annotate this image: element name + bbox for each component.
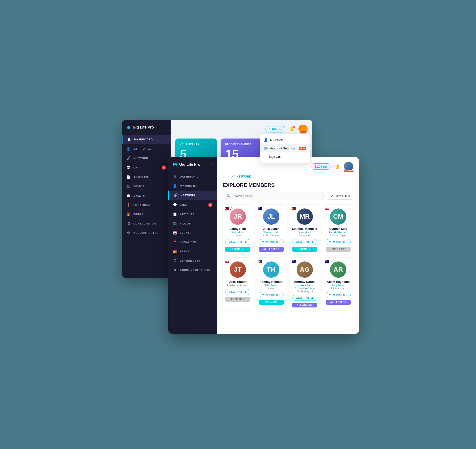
signout-icon: ↪	[264, 155, 266, 159]
network-breadcrumb-icon: 🔗	[231, 175, 235, 178]
front-window: ⊞ Gig Life Pro ‹ ⊞ DASHBOARD 👤 MY PROFIL…	[168, 157, 359, 334]
profile-icon: 👤	[264, 138, 268, 142]
user-avatar-wrap: 👤 ALL ACCESS	[344, 162, 353, 171]
view-profile-button[interactable]: VIEW PROFILE	[326, 292, 351, 298]
sidebar-item-consultation[interactable]: 🗒 CONSULTATION	[122, 219, 170, 228]
tier-badge: ALL ACCESS	[259, 247, 284, 252]
member-company: Sony Music	[292, 231, 317, 234]
upcoming-events-label: UPCOMING EVENTS	[225, 143, 258, 146]
sidebar-item-dashboard-front[interactable]: ⊞ DASHBOARD	[168, 172, 217, 181]
member-flags: 🇵🇱	[225, 260, 229, 263]
member-company: Sony Music	[326, 284, 351, 287]
network-icon: 🔗	[126, 156, 131, 160]
sidebar-item-locations-front[interactable]: 📍 LOCATIONS	[168, 238, 217, 247]
sidebar-item-myprofile[interactable]: 👤 MY PROFILE	[122, 144, 170, 153]
points-badge-back[interactable]: 1,200 pts	[266, 126, 285, 132]
notification-button-front[interactable]: 🔔	[333, 162, 342, 171]
member-avatar: Australia JL	[263, 209, 279, 225]
sidebar-item-videos[interactable]: 🎬 VIDEOS	[122, 182, 170, 191]
avatar-initials: JL	[263, 209, 279, 225]
members-grid: 🇵🇭🏷 JR Jenny Rein Sony Music Label VIEW …	[223, 205, 353, 310]
member-avatar: AG	[297, 261, 313, 278]
home-breadcrumb-icon[interactable]: ⊞	[223, 175, 226, 178]
view-profile-button[interactable]: VIEW PROFILE	[292, 239, 317, 245]
view-profile-button[interactable]: VIEW PROFILE	[225, 239, 250, 245]
member-card: 🇵🇭🏷 JR Jenny Rein Sony Music Label VIEW …	[223, 205, 253, 254]
sidebar-item-network[interactable]: 🔗 NETWORK	[122, 153, 170, 163]
sidebar-collapse-btn[interactable]: ‹	[165, 125, 166, 130]
member-name: Andrew Garcia	[292, 280, 317, 284]
sidebar-item-chat-front[interactable]: 💬 CHAT 5	[168, 200, 217, 210]
points-badge-front[interactable]: 1,200 pts	[311, 163, 331, 170]
dropdown-my-profile[interactable]: 👤 My Profile	[260, 136, 310, 144]
member-name: Jenny Rein	[225, 227, 250, 231]
sidebar-item-perks-front[interactable]: 🎁 PERKS	[168, 247, 217, 256]
locations-icon-front: 📍	[173, 240, 177, 244]
member-avatar: JR	[230, 209, 246, 225]
sidebar-collapse-btn-front[interactable]: ‹	[211, 162, 212, 167]
main-front: 1,200 pts 🔔 👤 ALL ACCESS ⊞ > 🔗 NETWORK E…	[217, 157, 359, 334]
search-input[interactable]	[232, 194, 321, 198]
view-profile-button[interactable]: VIEW PROFILE	[225, 289, 250, 295]
view-profile-button[interactable]: VIEW PROFILE	[326, 239, 351, 245]
member-flags: 🇵🇱	[325, 207, 329, 210]
sidebar-item-account[interactable]: ⚙ ACCOUNT SETT...	[122, 228, 170, 238]
flag-icon: 🏷	[229, 207, 233, 210]
member-company: Warner Music	[259, 231, 284, 234]
logo-icon-front: ⊞	[173, 162, 177, 167]
view-profile-button[interactable]: VIEW PROFILE	[259, 292, 284, 298]
member-name: Cynthia May	[326, 227, 351, 231]
sidebar-item-videos-front[interactable]: 🎬 VIDEOS	[168, 219, 217, 228]
sidebar-item-dashboard[interactable]: ⊞ DASHBOARD	[122, 135, 170, 144]
avatar-initials: JR	[230, 209, 246, 225]
member-role: PR Manager	[326, 287, 351, 290]
tier-badge: ALL ACCESS	[292, 303, 317, 307]
scene: ⊞ Gig Life Pro ‹ ⊞ DASHBOARD 👤 MY PROFIL…	[122, 120, 354, 329]
flag-icon: 🇵🇱	[225, 260, 229, 263]
chat-icon: 💬	[126, 166, 131, 169]
flag-icon: 🇵🇭	[225, 207, 229, 210]
member-avatar: AR	[330, 261, 346, 278]
user-avatar-back[interactable]: ALL ACCESS	[298, 125, 308, 134]
sidebar-item-myprofile-front[interactable]: 👤 MY PROFILE	[168, 181, 217, 191]
member-flags: 🇵🇭	[258, 260, 262, 263]
flag-icon: 🇦🇺	[258, 207, 262, 210]
logo-back[interactable]: ⊞ Gig Life Pro ‹	[122, 125, 170, 135]
account-icon: ⚙	[126, 231, 131, 235]
view-profile-button[interactable]: VIEW PROFILE	[259, 239, 284, 245]
member-role: Booking Agent	[292, 290, 317, 293]
show-filters-button[interactable]: ⚙ Show Filters	[327, 192, 353, 200]
chat-badge: 5	[162, 165, 166, 170]
dropdown-sign-out[interactable]: ↪ Sign Out	[260, 153, 310, 161]
notif-dot-back	[293, 126, 295, 128]
your-events-label: YOUR EVENTS	[180, 143, 212, 146]
sidebar-item-events-front[interactable]: 📅 EVENTS	[168, 228, 217, 238]
notification-button-back[interactable]: 🔔	[288, 125, 296, 133]
view-profile-button[interactable]: VIEW PROFILE	[292, 295, 317, 301]
member-name: Tommy Hilfinjer	[259, 280, 284, 284]
flag-icon: 🇵🇭	[258, 260, 262, 263]
sidebar-item-events[interactable]: 📅 EVENTS	[122, 191, 170, 200]
sidebar-item-perks[interactable]: 🎁 PERKS	[122, 210, 170, 219]
member-avatar: JT	[230, 261, 246, 278]
sidebar-item-network-front[interactable]: 🔗 NETWORK	[168, 191, 217, 200]
sidebar-item-consultations-front[interactable]: 🗒 Consultations	[168, 256, 217, 265]
search-bar: 🔍 ⚙ Show Filters	[223, 192, 353, 200]
sidebar-item-articles[interactable]: 📄 ARTICLES	[122, 172, 170, 182]
locations-icon: 📍	[126, 203, 131, 207]
logo-icon: ⊞	[126, 125, 130, 130]
member-role: Booking Agent	[326, 234, 351, 237]
sidebar-item-articles-front[interactable]: 📄 ARTICLES	[168, 210, 217, 219]
articles-icon-front: 📄	[173, 212, 177, 216]
page-title: EXPLORE MEMBERS	[223, 182, 353, 188]
sidebar-item-account-front[interactable]: ⚙ ACCOUNT SETTINGS	[168, 265, 217, 275]
sidebar-item-locations[interactable]: 📍 LOCATIONS	[122, 200, 170, 210]
logo-front[interactable]: ⊞ Gig Life Pro ‹	[168, 162, 217, 172]
member-name: Marcus Rashfield	[292, 227, 317, 231]
dropdown-account-settings[interactable]: ⚙️ Account Settings NEW	[260, 144, 310, 153]
sidebar-item-chat[interactable]: 💬 CHAT 5	[122, 163, 170, 172]
network-breadcrumb-label[interactable]: NETWORK	[237, 175, 251, 178]
dashboard-icon: ⊞	[127, 138, 131, 141]
search-input-wrap: 🔍	[223, 192, 325, 200]
new-badge: NEW	[299, 147, 306, 150]
